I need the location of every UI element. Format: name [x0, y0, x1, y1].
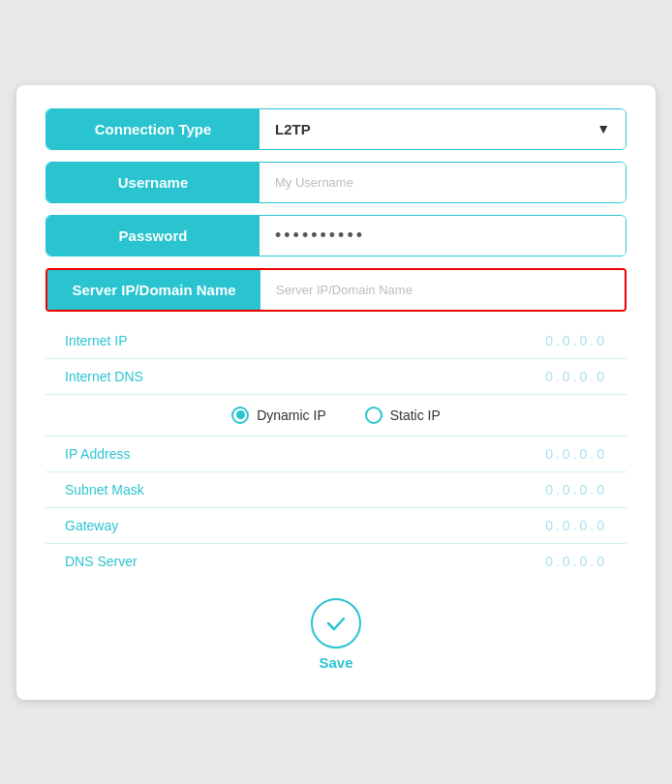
- server-ip-value-cell: Server IP/Domain Name: [260, 270, 625, 310]
- save-button[interactable]: [311, 598, 361, 648]
- chevron-down-icon: ▼: [596, 121, 610, 136]
- dynamic-ip-option[interactable]: Dynamic IP: [231, 407, 326, 424]
- connection-type-dropdown-wrapper: L2TP PPPoE DHCP Static IP ▼: [275, 121, 610, 137]
- dns-server-value: 0.0.0.0: [545, 554, 607, 569]
- server-ip-label: Server IP/Domain Name: [47, 270, 260, 310]
- dynamic-ip-label: Dynamic IP: [257, 407, 326, 423]
- internet-ip-value: 0.0.0.0: [545, 333, 607, 348]
- server-ip-placeholder: Server IP/Domain Name: [276, 283, 412, 297]
- static-ip-option[interactable]: Static IP: [365, 407, 441, 424]
- info-section: Internet IP 0.0.0.0 Internet DNS 0.0.0.0…: [46, 323, 626, 579]
- ip-address-value: 0.0.0.0: [545, 446, 607, 462]
- connection-type-label: Connection Type: [46, 109, 260, 149]
- subnet-mask-row: Subnet Mask 0.0.0.0: [46, 472, 626, 508]
- password-row: Password ••••••••••: [46, 215, 626, 256]
- static-ip-label: Static IP: [390, 407, 441, 423]
- internet-dns-value: 0.0.0.0: [545, 369, 607, 384]
- username-value-cell: My Username: [260, 163, 626, 202]
- connection-type-row: Connection Type L2TP PPPoE DHCP Static I…: [46, 108, 626, 150]
- subnet-mask-value: 0.0.0.0: [545, 482, 607, 498]
- connection-type-select[interactable]: L2TP PPPoE DHCP Static IP: [275, 121, 589, 137]
- settings-card: Connection Type L2TP PPPoE DHCP Static I…: [16, 85, 656, 700]
- gateway-label: Gateway: [65, 518, 118, 533]
- dns-server-label: DNS Server: [65, 554, 137, 569]
- gateway-row: Gateway 0.0.0.0: [46, 508, 626, 544]
- dns-server-row: DNS Server 0.0.0.0: [46, 544, 626, 579]
- internet-dns-row: Internet DNS 0.0.0.0: [46, 359, 626, 395]
- username-label: Username: [46, 163, 260, 202]
- username-row: Username My Username: [46, 162, 626, 203]
- password-dots: ••••••••••: [275, 226, 365, 246]
- checkmark-icon: [324, 612, 348, 635]
- gateway-value: 0.0.0.0: [545, 518, 607, 533]
- username-placeholder: My Username: [275, 175, 353, 190]
- internet-ip-row: Internet IP 0.0.0.0: [46, 323, 626, 359]
- internet-ip-label: Internet IP: [65, 333, 128, 348]
- ip-address-label: IP Address: [65, 446, 130, 462]
- server-ip-row: Server IP/Domain Name Server IP/Domain N…: [46, 268, 626, 312]
- save-label: Save: [319, 654, 352, 671]
- subnet-mask-label: Subnet Mask: [65, 482, 144, 498]
- internet-dns-label: Internet DNS: [65, 369, 143, 384]
- ip-type-radio-row: Dynamic IP Static IP: [46, 395, 626, 437]
- dynamic-ip-radio[interactable]: [231, 407, 249, 424]
- password-value-cell: ••••••••••: [260, 216, 626, 256]
- static-ip-radio[interactable]: [365, 407, 382, 424]
- connection-type-value-cell: L2TP PPPoE DHCP Static IP ▼: [260, 109, 626, 149]
- ip-address-row: IP Address 0.0.0.0: [46, 437, 626, 472]
- password-label: Password: [46, 216, 260, 256]
- save-section: Save: [46, 598, 626, 671]
